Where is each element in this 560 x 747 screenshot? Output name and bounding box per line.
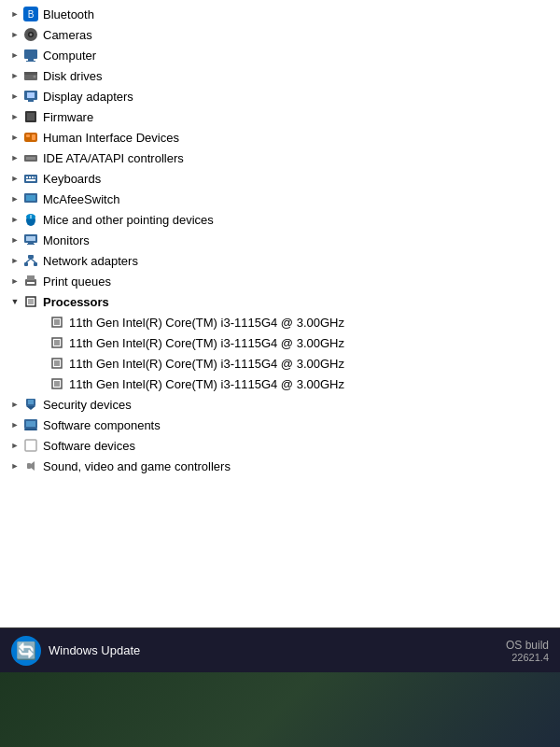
expander-network[interactable]: ► — [7, 253, 22, 268]
label-cameras: Cameras — [43, 28, 92, 42]
label-proc1: 11th Gen Intel(R) Core(TM) i3-1115G4 @ 3… — [69, 316, 344, 330]
expander-print[interactable]: ► — [7, 274, 22, 289]
tree-item-disk-drives[interactable]: ►Disk drives — [0, 65, 560, 86]
device-tree[interactable]: ►BBluetooth►Cameras►Computer►Disk drives… — [0, 0, 560, 627]
icon-proc1 — [49, 314, 65, 331]
svg-rect-12 — [27, 92, 35, 98]
windows-update-icon[interactable]: 🔄 — [11, 636, 41, 666]
tree-item-proc2[interactable]: 11th Gen Intel(R) Core(TM) i3-1115G4 @ 3… — [0, 332, 560, 353]
svg-rect-15 — [27, 113, 35, 120]
expander-security[interactable]: ► — [7, 397, 22, 412]
tree-item-sound[interactable]: ►Sound, video and game controllers — [0, 456, 560, 476]
expander-firmware[interactable]: ► — [7, 109, 22, 124]
expander-hid[interactable]: ► — [7, 130, 22, 145]
tree-item-hid[interactable]: ►Human Interface Devices — [0, 127, 560, 148]
label-proc3: 11th Gen Intel(R) Core(TM) i3-1115G4 @ 3… — [69, 357, 344, 371]
tree-item-computer[interactable]: ►Computer — [0, 45, 560, 65]
svg-line-40 — [31, 259, 35, 262]
expander-cameras[interactable]: ► — [7, 27, 22, 42]
svg-rect-58 — [24, 429, 37, 430]
expander-computer[interactable]: ► — [7, 48, 22, 63]
svg-rect-42 — [27, 275, 35, 280]
tree-item-display-adapters[interactable]: ►Display adapters — [0, 86, 560, 106]
icon-print — [22, 273, 39, 289]
svg-rect-20 — [26, 157, 35, 160]
icon-proc3 — [49, 355, 65, 372]
tree-item-security[interactable]: ►Security devices — [0, 394, 560, 415]
taskbar: 🔄 Windows Update OS build 22621.4 — [0, 627, 560, 672]
svg-rect-60 — [27, 463, 31, 469]
svg-rect-59 — [25, 440, 36, 451]
svg-rect-24 — [32, 176, 34, 178]
icon-software-components — [22, 416, 39, 433]
svg-rect-36 — [28, 255, 34, 259]
tree-item-software-components[interactable]: ►Software components — [0, 415, 560, 435]
tree-item-cameras[interactable]: ►Cameras — [0, 24, 560, 45]
svg-rect-25 — [35, 176, 35, 178]
label-processors: Processors — [43, 295, 109, 309]
icon-processors — [22, 293, 39, 310]
label-proc4: 11th Gen Intel(R) Core(TM) i3-1115G4 @ 3… — [69, 377, 344, 391]
svg-rect-34 — [28, 243, 34, 244]
tree-item-mice[interactable]: ►Mice and other pointing devices — [0, 209, 560, 230]
expander-display-adapters[interactable]: ► — [7, 89, 22, 104]
label-firmware: Firmware — [43, 110, 93, 124]
tree-item-proc3[interactable]: 11th Gen Intel(R) Core(TM) i3-1115G4 @ 3… — [0, 353, 560, 374]
expander-processors[interactable]: ▼ — [7, 294, 22, 309]
icon-sound — [22, 458, 39, 474]
label-proc2: 11th Gen Intel(R) Core(TM) i3-1115G4 @ 3… — [69, 336, 344, 350]
label-bluetooth: Bluetooth — [43, 7, 94, 21]
svg-rect-23 — [29, 176, 31, 178]
svg-marker-61 — [31, 461, 35, 471]
svg-rect-13 — [28, 100, 34, 102]
label-ide: IDE ATA/ATAPI controllers — [43, 151, 184, 165]
svg-rect-53 — [54, 381, 60, 387]
icon-security — [22, 396, 39, 413]
label-computer: Computer — [43, 49, 96, 63]
expander-mice[interactable]: ► — [7, 212, 22, 227]
tree-item-ide[interactable]: ►IDE ATA/ATAPI controllers — [0, 148, 560, 168]
svg-rect-33 — [26, 236, 35, 241]
expander-software-devices[interactable]: ► — [7, 438, 22, 453]
expander-ide[interactable]: ► — [7, 150, 22, 165]
svg-rect-6 — [28, 59, 34, 61]
tree-item-bluetooth[interactable]: ►BBluetooth — [0, 4, 560, 24]
svg-rect-9 — [24, 72, 37, 75]
tree-item-software-devices[interactable]: ►Software devices — [0, 435, 560, 456]
tree-item-firmware[interactable]: ►Firmware — [0, 106, 560, 127]
label-monitors: Monitors — [43, 233, 90, 247]
icon-display-adapters — [22, 88, 39, 105]
icon-keyboards — [22, 170, 39, 187]
tree-item-monitors[interactable]: ►Monitors — [0, 230, 560, 250]
icon-proc4 — [49, 375, 65, 392]
expander-disk-drives[interactable]: ► — [7, 68, 22, 83]
tree-item-mcafee[interactable]: ►McAfeeSwitch — [0, 189, 560, 209]
expander-monitors[interactable]: ► — [7, 233, 22, 247]
svg-rect-47 — [54, 319, 60, 325]
tree-item-processors[interactable]: ▼Processors — [0, 291, 560, 312]
tree-item-print[interactable]: ►Print queues — [0, 271, 560, 291]
svg-rect-5 — [24, 49, 37, 59]
label-network: Network adapters — [43, 254, 138, 268]
expander-keyboards[interactable]: ► — [7, 171, 22, 186]
svg-rect-49 — [54, 340, 60, 345]
expander-software-components[interactable]: ► — [7, 417, 22, 432]
windows-update-label: Windows Update — [49, 643, 140, 657]
tree-item-network[interactable]: ►Network adapters — [0, 250, 560, 271]
tree-item-proc4[interactable]: 11th Gen Intel(R) Core(TM) i3-1115G4 @ 3… — [0, 374, 560, 394]
svg-rect-55 — [28, 400, 34, 404]
expander-bluetooth[interactable]: ► — [7, 7, 22, 21]
svg-rect-43 — [27, 282, 35, 284]
expander-mcafee[interactable]: ► — [7, 191, 22, 206]
svg-point-10 — [34, 76, 36, 78]
expander-sound[interactable]: ► — [7, 458, 22, 473]
os-build-label: OS build — [506, 639, 549, 652]
icon-monitors — [22, 232, 39, 248]
tree-item-keyboards[interactable]: ►Keyboards — [0, 168, 560, 189]
svg-rect-28 — [26, 195, 35, 201]
label-mice: Mice and other pointing devices — [43, 213, 214, 227]
tree-item-proc1[interactable]: 11th Gen Intel(R) Core(TM) i3-1115G4 @ 3… — [0, 312, 560, 332]
device-manager-window: ►BBluetooth►Cameras►Computer►Disk drives… — [0, 0, 560, 627]
svg-rect-26 — [26, 179, 35, 181]
svg-rect-51 — [54, 360, 60, 366]
